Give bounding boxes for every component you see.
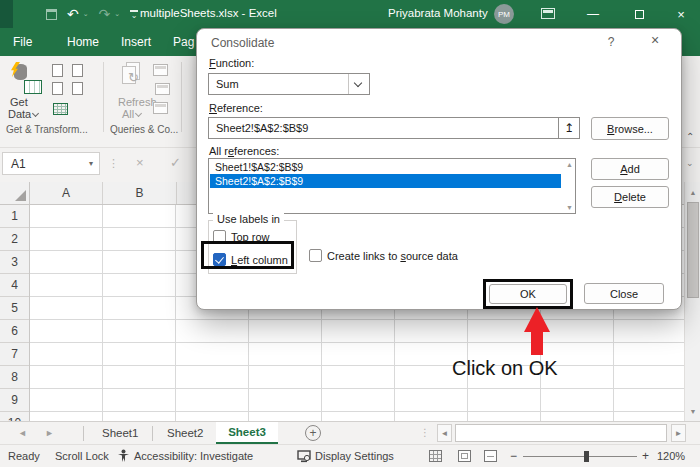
tab-page-layout[interactable]: Pag <box>173 35 194 49</box>
create-links-label: Create links to source data <box>327 250 458 262</box>
sheet-tab-sheet2[interactable]: Sheet2 <box>153 422 217 444</box>
sheet-tab-bar: ◄ ► Sheet1 Sheet2 Sheet3 + ⋮ ◄ ► <box>0 421 700 444</box>
enter-icon[interactable]: ✓ <box>170 155 181 170</box>
help-icon[interactable]: ? <box>601 35 621 49</box>
reference-input[interactable]: Sheet2!$A$2:$B$9 ↥ <box>208 117 580 139</box>
group-separator <box>181 62 182 132</box>
dropdown-chevron-icon[interactable] <box>348 74 369 94</box>
queries-connections-icon[interactable] <box>153 64 168 76</box>
dialog-title: Consolidate <box>211 36 274 50</box>
group-label-queries: Queries & Co... <box>110 124 178 135</box>
row-header[interactable]: 3 <box>0 251 29 274</box>
account-name[interactable]: Priyabrata Mohanty <box>388 7 488 19</box>
row-header[interactable]: 8 <box>0 366 29 389</box>
zoom-slider[interactable] <box>523 456 637 457</box>
name-box-dropdown-icon[interactable]: ▾ <box>89 159 93 168</box>
from-table-icon[interactable] <box>53 103 68 115</box>
refresh-all-icon: ↻ <box>120 62 146 92</box>
scroll-up-icon[interactable]: ▲ <box>685 185 700 199</box>
redo-dropdown-icon[interactable]: ⌄ <box>114 10 120 18</box>
column-header-a[interactable]: A <box>30 182 103 204</box>
use-labels-label: Use labels in <box>213 213 284 225</box>
annotation-highlight-ok <box>483 279 573 309</box>
ribbon-display-options-icon[interactable] <box>541 8 555 19</box>
function-dropdown[interactable]: Sum <box>208 73 370 95</box>
ready-status: Ready <box>8 450 40 462</box>
vertical-scrollbar-thumb[interactable] <box>687 202 699 298</box>
zoom-level[interactable]: 120% <box>657 450 685 462</box>
create-links-checkbox[interactable]: Create links to source data <box>309 249 458 262</box>
zoom-slider-thumb[interactable] <box>584 451 589 462</box>
existing-connections-icon[interactable] <box>72 82 83 95</box>
undo-icon[interactable]: ↶ <box>67 7 79 21</box>
reference-list-item-selected[interactable]: Sheet2!$A$2:$B$9 <box>210 174 561 188</box>
row-header[interactable]: 5 <box>0 297 29 320</box>
get-data-icon <box>12 62 42 94</box>
splitter-dots-icon[interactable]: ⋮ <box>420 427 430 438</box>
name-box[interactable]: A1 ▾ <box>2 152 100 175</box>
row-header[interactable]: 9 <box>0 389 29 412</box>
collapse-dialog-icon[interactable]: ↥ <box>558 118 579 138</box>
undo-dropdown-icon[interactable]: ⌄ <box>83 10 89 18</box>
formula-bar-grip-icon[interactable]: ⋮ <box>108 157 119 170</box>
accessibility-icon <box>117 449 130 463</box>
sheet-nav-right-icon[interactable]: ► <box>45 428 54 438</box>
annotation-arrow-icon <box>524 307 550 332</box>
edit-links-icon[interactable] <box>153 102 168 114</box>
horizontal-scrollbar-thumb[interactable] <box>455 424 667 442</box>
select-all-button[interactable] <box>0 182 30 204</box>
row-header[interactable]: 4 <box>0 274 29 297</box>
all-references-listbox[interactable]: Sheet1!$A$2:$B$9 Sheet2!$A$2:$B$9 ▲ ▼ <box>208 158 576 214</box>
row-header[interactable]: 7 <box>0 343 29 366</box>
page-break-view-icon[interactable] <box>484 450 497 462</box>
checkbox-unchecked-icon[interactable] <box>309 249 322 262</box>
close-button[interactable]: Close <box>584 283 664 304</box>
display-settings-button[interactable]: Display Settings <box>315 450 394 462</box>
tab-file[interactable]: File <box>13 35 32 49</box>
function-value: Sum <box>216 78 239 90</box>
tab-home[interactable]: Home <box>67 35 99 49</box>
listbox-scroll-down-icon[interactable]: ▼ <box>566 204 573 211</box>
sheet-tab-sheet1[interactable]: Sheet1 <box>88 422 152 444</box>
save-icon[interactable] <box>46 9 57 20</box>
properties-icon[interactable] <box>155 83 170 95</box>
collapse-ribbon-icon[interactable]: ⌃ <box>686 131 694 142</box>
zoom-out-icon[interactable]: − <box>510 449 517 463</box>
sheet-tab-sheet3-active[interactable]: Sheet3 <box>216 422 278 444</box>
listbox-scroll-up-icon[interactable]: ▲ <box>566 161 573 168</box>
delete-button[interactable]: Delete <box>591 186 669 208</box>
row-header[interactable]: 6 <box>0 320 29 343</box>
browse-button[interactable]: Browse... <box>591 117 669 140</box>
add-button[interactable]: Add <box>591 158 669 180</box>
expand-formula-bar-icon[interactable]: ⌄ <box>686 158 694 168</box>
row-header[interactable]: 2 <box>0 228 29 251</box>
reference-label: Reference: <box>209 102 263 114</box>
vertical-scrollbar[interactable]: ▲ ▼ <box>684 182 700 421</box>
maximize-button[interactable] <box>622 0 656 28</box>
reference-list-item[interactable]: Sheet1!$A$2:$B$9 <box>210 160 561 174</box>
page-layout-view-icon[interactable] <box>458 450 471 462</box>
customize-qat-icon[interactable]: ⌄ <box>130 10 138 18</box>
accessibility-status[interactable]: Accessibility: Investigate <box>134 450 253 462</box>
column-header-b[interactable]: B <box>103 182 177 204</box>
recent-sources-icon[interactable] <box>72 64 83 77</box>
tab-insert[interactable]: Insert <box>121 35 151 49</box>
hscroll-right-icon[interactable]: ► <box>671 424 686 442</box>
dialog-close-icon[interactable]: × <box>643 32 667 48</box>
hscroll-left-icon[interactable]: ◄ <box>437 424 452 442</box>
cancel-icon[interactable]: × <box>136 155 144 170</box>
row-header[interactable]: 1 <box>0 205 29 228</box>
from-web-icon[interactable] <box>52 82 63 95</box>
scroll-down-icon[interactable]: ▼ <box>685 404 700 418</box>
close-window-button[interactable]: × <box>664 0 698 28</box>
normal-view-icon[interactable] <box>429 450 442 462</box>
display-settings-icon <box>297 450 311 463</box>
zoom-in-icon[interactable]: + <box>642 449 649 463</box>
minimize-button[interactable]: — <box>576 0 610 28</box>
sheet-nav-left-icon[interactable]: ◄ <box>18 428 27 438</box>
new-query-icon[interactable] <box>52 64 63 77</box>
add-sheet-icon[interactable]: + <box>305 425 321 441</box>
redo-icon[interactable]: ↷ <box>99 7 111 21</box>
group-separator <box>103 62 104 132</box>
avatar[interactable]: PM <box>494 4 514 24</box>
